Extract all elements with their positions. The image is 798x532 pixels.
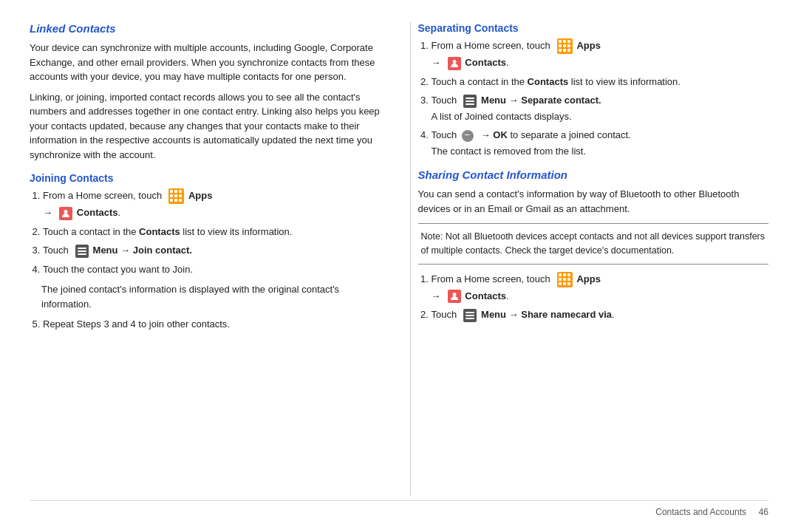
contacts-icon-3 — [448, 290, 461, 303]
sep-step-1: From a Home screen, touch Apps → — [432, 38, 769, 70]
note-text: Note: Not all Bluetooth devices accept c… — [421, 231, 765, 256]
separating-steps-list: From a Home screen, touch Apps → — [432, 38, 769, 158]
linked-contacts-title: Linked Contacts — [30, 22, 381, 35]
joining-step-3: Touch Menu → Join contact. — [43, 243, 381, 258]
joining-step-4: Touch the contact you want to Join. — [43, 262, 381, 277]
sep-step-4: Touch → OK to separate a joined contact.… — [432, 128, 769, 158]
contacts-icon-1 — [59, 207, 72, 220]
sep-step-3: Touch Menu → Separate contact. A list of… — [432, 93, 769, 123]
linked-para2: Linking, or joining, imported contact re… — [30, 90, 381, 163]
svg-point-1 — [452, 60, 456, 64]
contacts-icon-2 — [448, 57, 461, 70]
apps-grid-icon-3 — [557, 272, 573, 287]
menu-icon-2 — [463, 95, 477, 108]
joined-info-note: The joined contact's information is disp… — [41, 282, 381, 311]
removed-note: The contact is removed from the list. — [432, 144, 769, 159]
svg-point-2 — [452, 293, 456, 296]
minus-circle-icon — [462, 130, 474, 142]
sep-step-2: Touch a contact in the Contacts list to … — [432, 75, 769, 89]
footer-text: Contacts and Accounts — [655, 507, 746, 517]
joined-list-note: A list of Joined contacts displays. — [432, 109, 769, 124]
menu-icon-1 — [75, 245, 89, 258]
menu-icon-3 — [463, 309, 477, 322]
sharing-para: You can send a contact's information by … — [418, 187, 769, 216]
apps-grid-icon — [168, 188, 184, 204]
share-step-2: Touch Menu → Share namecard via. — [432, 307, 769, 322]
page: Linked Contacts Your device can synchron… — [0, 0, 798, 532]
arrow-contacts-2: → Contacts. — [432, 55, 769, 70]
linked-para1: Your device can synchronize with multipl… — [30, 41, 381, 84]
note-box: Note: Not all Bluetooth devices accept c… — [418, 223, 769, 265]
joining-steps-list: From a Home screen, touch Apps → — [43, 188, 381, 276]
arrow-contacts-3: → Contacts. — [432, 289, 769, 304]
joining-step-5: Repeat Steps 3 and 4 to join other conta… — [43, 317, 381, 332]
svg-point-0 — [64, 210, 68, 214]
apps-grid-icon-2 — [557, 38, 573, 54]
sharing-steps-list: From a Home screen, touch Apps → — [432, 272, 769, 322]
joining-contacts-title: Joining Contacts — [30, 172, 381, 184]
right-column: Separating Contacts From a Home screen, … — [410, 22, 769, 496]
joining-step-5-list: Repeat Steps 3 and 4 to join other conta… — [43, 317, 381, 332]
left-column: Linked Contacts Your device can synchron… — [30, 22, 388, 496]
arrow-contacts-1: → Contacts. — [43, 205, 381, 220]
sharing-title: Sharing Contact Information — [418, 168, 769, 181]
joining-step-1: From a Home screen, touch Apps → — [43, 188, 381, 220]
joining-step-2: Touch a contact in the Contacts list to … — [43, 225, 381, 239]
footer: Contacts and Accounts 46 — [30, 500, 768, 517]
separating-contacts-title: Separating Contacts — [418, 22, 769, 34]
footer-page: 46 — [759, 507, 768, 517]
share-step-1: From a Home screen, touch Apps → — [432, 272, 769, 304]
